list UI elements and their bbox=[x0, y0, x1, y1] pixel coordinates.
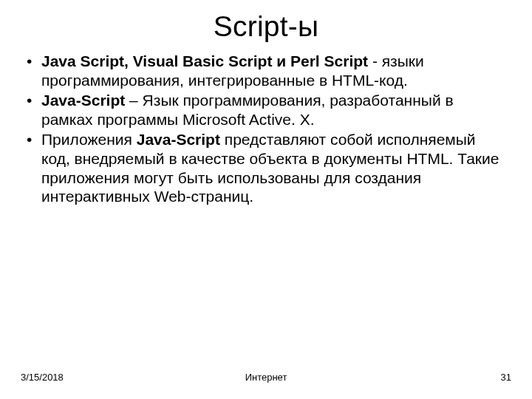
footer-page-number: 31 bbox=[349, 372, 511, 383]
bold-text: Java Script, Visual Basic Script и Perl … bbox=[41, 52, 368, 69]
slide-title: Script-ы bbox=[21, 10, 511, 43]
bullet-list: Java Script, Visual Basic Script и Perl … bbox=[21, 52, 511, 206]
text-run: Приложения bbox=[41, 131, 137, 148]
footer-center: Интернет bbox=[183, 372, 349, 383]
list-item: Java Script, Visual Basic Script и Perl … bbox=[25, 52, 507, 89]
slide-footer: 3/15/2018 Интернет 31 bbox=[0, 372, 532, 383]
bold-text: Java-Script bbox=[41, 92, 125, 109]
list-item: Приложения Java-Script представляют собо… bbox=[25, 130, 507, 205]
footer-date: 3/15/2018 bbox=[21, 372, 183, 383]
list-item: Java-Script – Язык программирования, раз… bbox=[25, 91, 507, 129]
slide: Script-ы Java Script, Visual Basic Scrip… bbox=[0, 0, 532, 399]
bold-text: Java-Script bbox=[137, 131, 220, 148]
